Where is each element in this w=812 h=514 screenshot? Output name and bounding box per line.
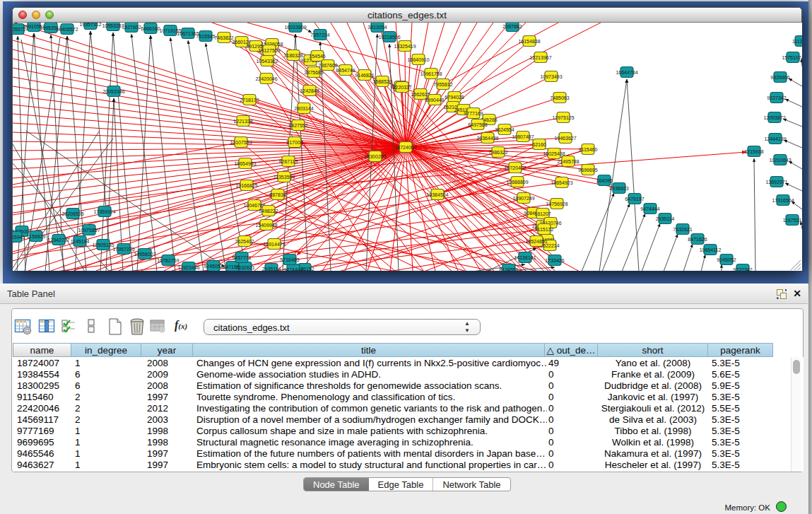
svg-text:1588520: 1588520 — [372, 79, 392, 84]
svg-text:9227342: 9227342 — [767, 95, 786, 100]
svg-text:10654112: 10654112 — [700, 247, 722, 252]
svg-text:13692971: 13692971 — [765, 180, 787, 185]
svg-text:7632621: 7632621 — [673, 227, 692, 232]
svg-text:9427552: 9427552 — [288, 123, 307, 128]
svg-text:19384554: 19384554 — [426, 192, 448, 197]
svg-text:2087662: 2087662 — [502, 24, 522, 29]
svg-text:16640910: 16640910 — [407, 57, 429, 62]
svg-text:3813054: 3813054 — [367, 25, 387, 30]
svg-text:1221338: 1221338 — [233, 119, 252, 124]
svg-text:9115132: 9115132 — [535, 227, 554, 232]
svg-text:10807487: 10807487 — [512, 134, 534, 139]
svg-text:154546: 154546 — [309, 54, 325, 59]
svg-text:10210643: 10210643 — [769, 158, 791, 163]
svg-text:19654983: 19654983 — [234, 161, 256, 166]
svg-text:8938923: 8938923 — [609, 186, 628, 191]
svg-text:3186328: 3186328 — [283, 53, 302, 58]
svg-text:9222342: 9222342 — [733, 267, 752, 271]
svg-text:6497568: 6497568 — [468, 122, 487, 127]
svg-text:7632621: 7632621 — [235, 265, 254, 270]
svg-text:8124551: 8124551 — [499, 267, 518, 271]
svg-text:19218506: 19218506 — [378, 35, 400, 40]
svg-text:164095: 164095 — [596, 178, 612, 183]
svg-text:16644784: 16644784 — [616, 70, 637, 75]
svg-text:17016504: 17016504 — [772, 198, 794, 203]
svg-text:7463822: 7463822 — [214, 35, 233, 40]
svg-text:14136141: 14136141 — [514, 255, 536, 260]
svg-text:20206535: 20206535 — [61, 211, 83, 216]
svg-text:2718170: 2718170 — [240, 98, 259, 103]
svg-text:3875685: 3875685 — [304, 70, 323, 75]
svg-text:6466160: 6466160 — [141, 26, 160, 31]
svg-text:10975857: 10975857 — [78, 228, 100, 233]
svg-text:22420046: 22420046 — [255, 76, 277, 81]
svg-text:19654923: 19654923 — [551, 180, 572, 185]
svg-text:817008: 817008 — [286, 140, 302, 145]
svg-text:16782759: 16782759 — [157, 258, 179, 263]
svg-text:9245052: 9245052 — [204, 264, 223, 269]
svg-text:8215938: 8215938 — [744, 149, 763, 154]
svg-text:9245052: 9245052 — [717, 257, 736, 262]
svg-text:9474444: 9474444 — [640, 206, 659, 211]
svg-text:6794028: 6794028 — [445, 95, 464, 100]
svg-text:1527602: 1527602 — [122, 25, 141, 30]
svg-text:10543362: 10543362 — [256, 59, 278, 64]
svg-text:9329906: 9329906 — [770, 75, 789, 80]
svg-text:9146821: 9146821 — [355, 73, 374, 78]
svg-text:7485063: 7485063 — [550, 95, 569, 100]
svg-text:9777169: 9777169 — [464, 111, 483, 116]
svg-text:18907249: 18907249 — [512, 196, 534, 201]
svg-text:19524851: 19524851 — [525, 239, 547, 244]
svg-text:12213967: 12213967 — [529, 55, 551, 60]
svg-text:62160: 62160 — [532, 142, 546, 147]
svg-text:2803144: 2803144 — [294, 106, 313, 111]
svg-text:8267115: 8267115 — [279, 159, 298, 164]
svg-text:7515545: 7515545 — [196, 34, 215, 39]
svg-text:12505135: 12505135 — [92, 243, 114, 247]
svg-text:11353594: 11353594 — [273, 175, 295, 180]
svg-text:8471626: 8471626 — [688, 237, 707, 242]
svg-text:1167531: 1167531 — [783, 218, 802, 223]
svg-text:1156829: 1156829 — [27, 234, 46, 239]
svg-text:12093872: 12093872 — [763, 115, 785, 120]
svg-text:12923446: 12923446 — [177, 265, 199, 270]
svg-text:7625402: 7625402 — [235, 239, 254, 244]
svg-text:9457771: 9457771 — [232, 255, 251, 260]
svg-text:5498222: 5498222 — [259, 209, 278, 214]
svg-text:17957275: 17957275 — [112, 247, 134, 252]
svg-text:1112841: 1112841 — [792, 39, 802, 44]
svg-text:16914479: 16914479 — [263, 242, 285, 247]
svg-text:18724007: 18724007 — [394, 145, 416, 150]
svg-text:1733426: 1733426 — [545, 258, 564, 263]
svg-text:3915941: 3915941 — [13, 235, 25, 240]
svg-text:887834: 887834 — [269, 192, 286, 197]
svg-text:19756928: 19756928 — [546, 201, 567, 206]
svg-text:7986322: 7986322 — [488, 150, 507, 155]
svg-text:12444139: 12444139 — [764, 136, 786, 141]
svg-text:10405572: 10405572 — [56, 27, 78, 32]
svg-text:16154838: 16154838 — [518, 39, 540, 44]
svg-text:19463627: 19463627 — [554, 136, 576, 141]
svg-text:15751074: 15751074 — [782, 55, 802, 60]
svg-text:2935114: 2935114 — [656, 216, 675, 221]
svg-text:6479197: 6479197 — [625, 197, 644, 201]
svg-text:15409948: 15409948 — [255, 223, 277, 228]
svg-text:10961758: 10961758 — [420, 71, 442, 76]
svg-text:9474444: 9474444 — [283, 267, 302, 271]
svg-text:12975125: 12975125 — [552, 115, 574, 120]
svg-text:17359924: 17359924 — [93, 209, 115, 214]
svg-text:10688809: 10688809 — [506, 180, 528, 185]
svg-text:10553287: 10553287 — [102, 23, 124, 28]
svg-text:18300295: 18300295 — [364, 154, 386, 159]
svg-text:1562615: 1562615 — [411, 92, 430, 97]
svg-text:5716485: 5716485 — [280, 257, 299, 262]
svg-text:7955812: 7955812 — [433, 82, 452, 87]
svg-text:3220337: 3220337 — [392, 85, 411, 90]
svg-text:8454749: 8454749 — [336, 68, 355, 73]
svg-text:161207: 161207 — [534, 211, 551, 216]
svg-text:19166825: 19166825 — [235, 183, 257, 188]
svg-text:20053346: 20053346 — [102, 89, 124, 94]
svg-text:16033809: 16033809 — [284, 25, 306, 30]
svg-text:10107553: 10107553 — [230, 140, 252, 145]
svg-text:10973493: 10973493 — [540, 74, 562, 79]
